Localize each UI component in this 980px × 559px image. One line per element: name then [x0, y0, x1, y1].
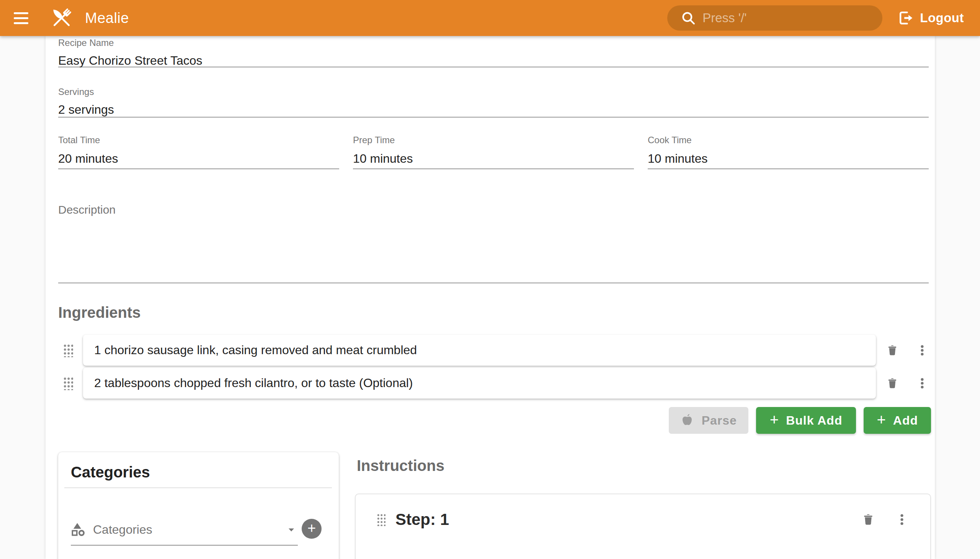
recipe-name-field[interactable]: Recipe Name Easy Chorizo Street Tacos: [58, 38, 929, 68]
time-fields-row: Total Time 20 minutes Prep Time 10 minut…: [58, 134, 929, 169]
ingredient-menu-button[interactable]: [916, 377, 929, 390]
shapes-icon: [71, 522, 85, 537]
kebab-menu-icon: [916, 377, 929, 390]
ingredient-row: 1 chorizo sausage link, casing removed a…: [58, 335, 929, 366]
caret-down-icon: [285, 523, 298, 536]
recipe-editor-sheet: Recipe Name Easy Chorizo Street Tacos Se…: [46, 36, 935, 559]
servings-label: Servings: [58, 86, 929, 97]
app-header: Mealie Press '/' Logout: [0, 0, 980, 36]
plus-icon: +: [307, 521, 316, 535]
prep-time-value[interactable]: 10 minutes: [353, 152, 634, 166]
plus-icon: +: [770, 411, 779, 428]
categories-select-placeholder: Categories: [93, 523, 285, 537]
kebab-menu-icon: [895, 513, 909, 526]
cook-time-value[interactable]: 10 minutes: [648, 152, 929, 166]
search-placeholder: Press '/': [702, 11, 747, 25]
logout-button[interactable]: Logout: [897, 10, 964, 26]
plus-icon: +: [877, 411, 886, 428]
total-time-label: Total Time: [58, 135, 339, 146]
instructions-heading: Instructions: [357, 457, 445, 475]
servings-value[interactable]: 2 servings: [58, 103, 929, 117]
ingredient-row: 2 tablespoons chopped fresh cilantro, or…: [58, 367, 929, 399]
prep-time-label: Prep Time: [353, 135, 634, 146]
bulk-add-button[interactable]: + Bulk Add: [756, 407, 856, 434]
trash-icon: [886, 344, 899, 357]
add-category-button[interactable]: +: [302, 519, 322, 539]
app-title: Mealie: [85, 10, 129, 26]
parse-button[interactable]: Parse: [669, 407, 749, 434]
drag-handle-icon[interactable]: [376, 513, 385, 526]
description-label: Description: [58, 203, 929, 216]
total-time-value[interactable]: 20 minutes: [58, 152, 339, 166]
ingredient-menu-button[interactable]: [916, 344, 929, 357]
cook-time-field[interactable]: Cook Time 10 minutes: [648, 134, 929, 169]
drag-handle-icon[interactable]: [63, 376, 73, 390]
delete-step-button[interactable]: [861, 513, 875, 526]
servings-field[interactable]: Servings 2 servings: [58, 86, 929, 117]
categories-card-title: Categories: [71, 464, 150, 481]
ingredient-input[interactable]: 1 chorizo sausage link, casing removed a…: [83, 335, 876, 366]
logout-label: Logout: [920, 11, 964, 25]
mealie-logo-icon: [49, 5, 74, 31]
kebab-menu-icon: [916, 344, 929, 357]
logout-icon: [897, 10, 914, 26]
search-input[interactable]: Press '/': [667, 5, 882, 31]
recipe-name-label: Recipe Name: [58, 38, 929, 48]
instruction-step-card: Step: 1 Combine crumbled chorizo and chi…: [355, 493, 931, 559]
drag-handle-icon[interactable]: [63, 343, 73, 357]
menu-icon[interactable]: [14, 10, 34, 26]
ingredient-actions: Parse + Bulk Add + Add: [669, 407, 931, 434]
step-title: Step: 1: [395, 510, 449, 529]
categories-card: Categories Categories +: [58, 452, 339, 559]
prep-time-field[interactable]: Prep Time 10 minutes: [353, 134, 634, 169]
parse-label: Parse: [702, 413, 737, 428]
divider: [64, 488, 332, 488]
add-label: Add: [893, 413, 918, 428]
step-menu-button[interactable]: [895, 513, 909, 526]
categories-select[interactable]: Categories: [71, 514, 298, 546]
delete-ingredient-button[interactable]: [886, 344, 899, 357]
ingredients-heading: Ingredients: [58, 304, 141, 321]
cook-time-label: Cook Time: [648, 135, 929, 146]
step-header: Step: 1: [376, 510, 909, 529]
trash-icon: [886, 377, 899, 390]
description-field[interactable]: Description: [58, 203, 929, 283]
trash-icon: [861, 513, 875, 526]
add-ingredient-button[interactable]: + Add: [864, 407, 931, 434]
search-icon: [680, 10, 696, 26]
ingredient-input[interactable]: 2 tablespoons chopped fresh cilantro, or…: [83, 367, 876, 399]
delete-ingredient-button[interactable]: [886, 377, 899, 390]
bulk-add-label: Bulk Add: [786, 413, 842, 428]
apple-icon: [680, 413, 694, 427]
total-time-field[interactable]: Total Time 20 minutes: [58, 134, 339, 169]
recipe-name-value[interactable]: Easy Chorizo Street Tacos: [58, 54, 929, 68]
